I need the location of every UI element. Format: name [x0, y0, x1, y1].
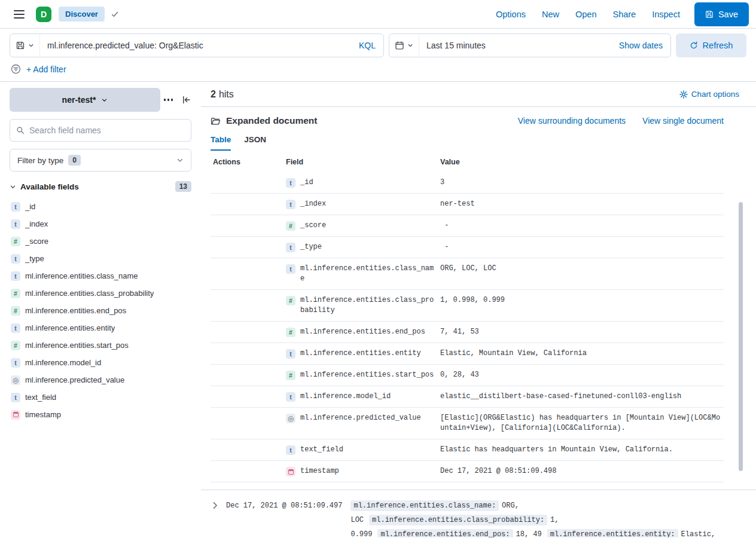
field-item-ml.inference.predicted_value[interactable]: ◎ml.inference.predicted_value	[10, 371, 191, 389]
breadcrumb[interactable]: Discover	[59, 7, 105, 22]
chevron-down-icon	[176, 157, 184, 164]
string-field-type-icon: t	[11, 393, 20, 402]
query-input[interactable]	[40, 41, 351, 50]
field-options-icon[interactable]	[162, 97, 175, 103]
tab-json[interactable]: JSON	[244, 135, 266, 151]
filter-in-circle-icon[interactable]	[11, 64, 21, 74]
tab-table[interactable]: Table	[211, 135, 231, 151]
row-actions-cell[interactable]	[211, 392, 286, 402]
chart-options-button[interactable]: Chart options	[679, 90, 739, 99]
row-actions-cell[interactable]	[211, 349, 286, 359]
nav-options[interactable]: Options	[496, 10, 526, 19]
row-field-value: [Elastic](ORG&Elastic) has headquarters …	[440, 413, 724, 433]
panel-title: Expanded document	[226, 115, 317, 126]
save-button[interactable]: Save	[694, 2, 749, 26]
col-header-actions: Actions	[211, 158, 286, 166]
row-field-name: _id	[300, 178, 313, 188]
nav-new[interactable]: New	[542, 10, 559, 19]
field-item-timestamp[interactable]: timestamp	[10, 406, 191, 423]
field-item-_index[interactable]: t_index	[10, 215, 191, 233]
row-actions-cell[interactable]	[211, 199, 286, 209]
string-field-type-icon: t	[286, 178, 295, 188]
vertical-scrollbar[interactable]	[739, 202, 743, 471]
field-item-ml.inference.model_id[interactable]: tml.inference.model_id	[10, 354, 191, 371]
content-area: ner-test* Filter by type 0 Available	[0, 82, 756, 537]
document-list-row: Dec 17, 2021 @ 08:51:09.497 ml.inference…	[201, 490, 756, 537]
kql-button[interactable]: KQL	[351, 41, 383, 50]
search-icon	[16, 126, 25, 134]
filter-bar: + Add filter	[0, 57, 756, 82]
expanded-document-panel: Expanded document View surrounding docum…	[201, 107, 756, 482]
saved-query-menu-button[interactable]	[10, 34, 40, 57]
filter-by-type-dropdown[interactable]: Filter by type 0	[10, 149, 191, 172]
row-actions-cell[interactable]	[211, 178, 286, 188]
refresh-button[interactable]: Refresh	[676, 33, 746, 57]
field-item-_score[interactable]: #_score	[10, 233, 191, 250]
row-actions-cell[interactable]	[211, 413, 286, 433]
row-actions-cell[interactable]	[211, 295, 286, 316]
type-filter-count-badge: 0	[68, 155, 81, 166]
add-filter-button[interactable]: + Add filter	[26, 65, 66, 74]
field-label: _index	[25, 219, 48, 228]
hits-count: 2	[211, 89, 216, 100]
row-actions-cell[interactable]	[211, 327, 286, 337]
row-field-value: Elastic has headquarters in Mountain Vie…	[440, 445, 724, 455]
row-field-cell: ◎ml.inference.predicted_value	[286, 413, 440, 433]
row-field-value: 1, 0.998, 0.999	[440, 295, 724, 316]
row-actions-cell[interactable]	[211, 264, 286, 284]
row-actions-cell[interactable]	[211, 466, 286, 476]
row-field-value: -	[440, 242, 724, 252]
row-field-value: 3	[440, 178, 724, 188]
doc-summary[interactable]: ml.inference.entities.class_name:ORG, LO…	[350, 499, 724, 537]
field-item-ml.inference.entities.class_probability[interactable]: #ml.inference.entities.class_probability	[10, 285, 191, 302]
available-fields-toggle[interactable]: Available fields 13	[10, 181, 191, 192]
field-item-ml.inference.entities.entity[interactable]: tml.inference.entities.entity	[10, 319, 191, 337]
field-search-input[interactable]	[29, 126, 185, 135]
view-surrounding-documents-link[interactable]: View surrounding documents	[518, 116, 626, 126]
row-field-name: ml.inference.entities.entity	[300, 349, 421, 359]
table-row: t_id3	[211, 172, 724, 194]
row-field-name: timestamp	[300, 466, 339, 476]
table-row: ◎ml.inference.predicted_value[Elastic](O…	[211, 408, 724, 439]
row-actions-cell[interactable]	[211, 370, 286, 380]
field-item-_type[interactable]: t_type	[10, 250, 191, 267]
view-single-document-link[interactable]: View single document	[642, 116, 724, 126]
date-quick-menu-button[interactable]	[389, 34, 419, 57]
row-actions-cell[interactable]	[211, 445, 286, 455]
date-field-type-icon	[286, 467, 295, 476]
string-field-type-icon: t	[286, 243, 295, 252]
time-range-button[interactable]: Last 15 minutes	[419, 41, 493, 50]
nav-share[interactable]: Share	[612, 10, 636, 19]
field-item-_id[interactable]: t_id	[10, 198, 191, 215]
saved-query-icon	[16, 41, 25, 50]
menu-icon[interactable]	[7, 2, 31, 26]
row-field-value: elastic__distilbert-base-cased-finetuned…	[440, 392, 724, 402]
field-list: t_idt_index#_scoret_typetml.inference.en…	[10, 198, 191, 423]
expand-row-chevron-right-icon[interactable]	[211, 501, 220, 510]
row-actions-cell[interactable]	[211, 242, 286, 252]
row-field-value: -	[440, 221, 724, 231]
row-field-name: ml.inference.model_id	[300, 392, 391, 402]
field-item-ml.inference.entities.end_pos[interactable]: #ml.inference.entities.end_pos	[10, 302, 191, 319]
field-item-text_field[interactable]: ttext_field	[10, 389, 191, 406]
field-label: ml.inference.entities.entity	[25, 323, 115, 332]
field-label: _id	[25, 202, 35, 211]
nav-inspect[interactable]: Inspect	[652, 10, 680, 19]
field-item-ml.inference.entities.class_name[interactable]: tml.inference.entities.class_name	[10, 267, 191, 285]
nav-open[interactable]: Open	[575, 10, 596, 19]
table-row: #_score -	[211, 215, 724, 237]
collapse-sidebar-icon[interactable]	[182, 95, 191, 105]
row-field-value: ner-test	[440, 199, 724, 209]
space-avatar[interactable]: D	[36, 7, 51, 22]
row-field-cell: t_type	[286, 242, 440, 252]
row-actions-cell[interactable]	[211, 221, 286, 231]
index-pattern-switcher[interactable]: ner-test*	[10, 88, 160, 112]
field-search-box	[10, 119, 191, 142]
string-field-type-icon: t	[286, 264, 295, 274]
field-label: ml.inference.model_id	[25, 358, 101, 367]
other-field-type-icon: ◎	[11, 375, 20, 385]
doc-timestamp: Dec 17, 2021 @ 08:51:09.497	[226, 502, 342, 510]
show-dates-button[interactable]: Show dates	[611, 41, 670, 50]
field-item-ml.inference.entities.start_pos[interactable]: #ml.inference.entities.start_pos	[10, 337, 191, 354]
query-input-group: KQL	[10, 33, 384, 57]
